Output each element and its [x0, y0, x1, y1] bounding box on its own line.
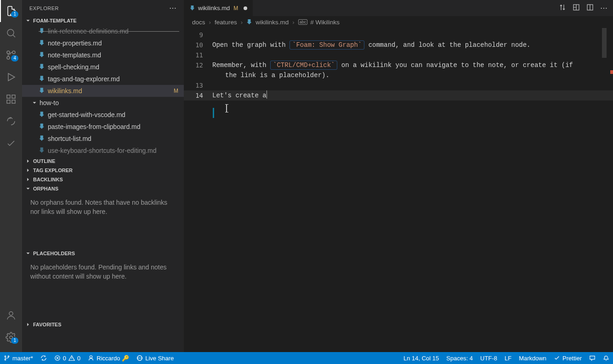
code-span: `Foam: Show Graph` — [289, 40, 364, 50]
activity-bar: 1 4 — [0, 0, 22, 352]
chevron-right-icon — [25, 176, 31, 183]
tree-file[interactable]: 🡇spell-checking.md — [22, 61, 184, 73]
more-actions-icon[interactable]: ⋯ — [600, 4, 607, 12]
markdown-file-icon: 🡇 — [189, 5, 195, 11]
problems-status[interactable]: 0 0 — [51, 352, 84, 364]
ruler-error-marker — [610, 70, 613, 74]
svg-point-15 — [8, 356, 9, 357]
chevron-down-icon — [31, 100, 39, 106]
tree-file[interactable]: 🡇use-keyboard-shortcuts-for-editing.md — [22, 145, 184, 157]
tree-file[interactable]: 🡇 link-reference-definitions.md — [22, 25, 184, 37]
breadcrumbs[interactable]: docs › features › 🡇wikilinks.md › abc # … — [184, 16, 613, 28]
chevron-right-icon: › — [292, 19, 295, 26]
check-icon[interactable] — [0, 132, 22, 154]
breadcrumb-item[interactable]: 🡇wikilinks.md — [246, 19, 289, 26]
extensions-icon[interactable] — [0, 88, 22, 110]
tree-folder[interactable]: how-to — [22, 97, 184, 109]
svg-point-17 — [90, 356, 92, 358]
feedback-icon[interactable] — [585, 352, 599, 364]
markdown-file-icon: 🡇 — [39, 111, 45, 118]
tag-explorer-section[interactable]: TAG EXPLORER — [22, 166, 184, 175]
compare-changes-icon[interactable] — [559, 4, 566, 12]
svg-point-14 — [5, 359, 6, 360]
tree-file[interactable]: 🡇tags-and-tag-explorer.md — [22, 73, 184, 85]
tab-filename: wikilinks.md — [198, 5, 230, 11]
editor-content[interactable]: 9 10 Open the graph with `Foam: Show Gra… — [184, 28, 613, 352]
encoding-status[interactable]: UTF-8 — [477, 352, 501, 364]
svg-point-0 — [7, 29, 14, 36]
editor-tab[interactable]: 🡇 wikilinks.md M — [184, 0, 253, 16]
sidebar-title: EXPLORER — [29, 6, 59, 11]
placeholders-message: No placeholders found. Pending links and… — [22, 258, 184, 286]
liveshare-user-status[interactable]: Riccardo 🔑 — [84, 352, 133, 364]
tree-file[interactable]: 🡇shortcut-list.md — [22, 133, 184, 145]
tab-dirty-dot — [244, 6, 247, 10]
settings-gear-icon[interactable]: 1 — [0, 326, 22, 348]
favorites-section[interactable]: FAVORITES — [22, 320, 184, 329]
ibeam-cursor-icon — [226, 104, 227, 112]
chevron-right-icon: › — [241, 19, 243, 26]
chevron-down-icon — [25, 17, 31, 24]
tree-file-active[interactable]: 🡇 wikilinks.md M — [22, 85, 184, 97]
search-icon[interactable] — [0, 22, 22, 44]
tree-file[interactable]: 🡇note-templates.md — [22, 49, 184, 61]
tree-file[interactable]: 🡇paste-images-from-clipboard.md — [22, 121, 184, 133]
tree-file[interactable]: 🡇get-started-with-vscode.md — [22, 109, 184, 121]
explorer-badge: 1 — [11, 11, 18, 17]
tree-file[interactable]: 🡇note-properties.md — [22, 37, 184, 49]
svg-rect-8 — [12, 100, 15, 103]
minimap[interactable] — [602, 28, 607, 58]
chevron-right-icon — [25, 158, 31, 164]
markdown-file-icon: 🡇 — [39, 63, 45, 71]
markdown-file-icon: 🡇 — [39, 51, 45, 59]
status-bar: master* 0 0 Riccardo 🔑 Live Share Ln 14,… — [0, 352, 613, 364]
language-mode-status[interactable]: Markdown — [515, 352, 550, 364]
markdown-file-icon: 🡇 — [39, 87, 45, 95]
chevron-right-icon: › — [209, 19, 211, 26]
prettier-status[interactable]: Prettier — [550, 352, 585, 364]
markdown-file-icon: 🡇 — [39, 75, 45, 83]
liveshare-arrow-icon[interactable] — [0, 110, 22, 132]
run-debug-icon[interactable] — [0, 66, 22, 88]
placeholders-section[interactable]: PLACEHOLDERS — [22, 249, 184, 258]
tab-modified-badge: M — [233, 5, 238, 11]
chevron-right-icon — [25, 321, 31, 328]
workspace-name: FOAM-TEMPLATE — [33, 18, 77, 23]
line-number: 9 — [184, 30, 212, 40]
sync-status[interactable] — [37, 352, 51, 364]
split-editor-icon[interactable] — [586, 4, 594, 12]
outline-section[interactable]: OUTLINE — [22, 157, 184, 166]
chevron-right-icon — [25, 167, 31, 174]
svg-point-9 — [9, 312, 13, 315]
orphans-section[interactable]: ORPHANS — [22, 184, 184, 193]
line-number: 11 — [184, 50, 212, 60]
orphans-message: No orphans found. Notes that have no bac… — [22, 193, 184, 221]
gutter-modified-marker — [213, 108, 214, 118]
breadcrumb-item[interactable]: features — [215, 19, 237, 26]
tabs-bar: 🡇 wikilinks.md M ⋯ — [184, 0, 613, 16]
eol-status[interactable]: LF — [501, 352, 515, 364]
git-branch-status[interactable]: master* — [0, 352, 37, 364]
workspace-header[interactable]: FOAM-TEMPLATE — [22, 16, 184, 25]
account-icon[interactable] — [0, 304, 22, 326]
breadcrumb-item[interactable]: abc # Wikilinks — [298, 19, 340, 26]
cursor-position-status[interactable]: Ln 14, Col 15 — [400, 352, 443, 364]
markdown-file-icon: 🡇 — [39, 123, 45, 130]
notifications-icon[interactable] — [599, 352, 613, 364]
svg-marker-4 — [8, 73, 15, 81]
editor-area: 🡇 wikilinks.md M ⋯ docs › features › 🡇wi… — [184, 0, 613, 352]
text-cursor — [267, 90, 267, 99]
markdown-file-icon: 🡇 — [39, 28, 45, 35]
explorer-icon[interactable]: 1 — [0, 0, 22, 22]
liveshare-status[interactable]: Live Share — [133, 352, 177, 364]
svg-point-2 — [7, 56, 10, 59]
sidebar-more-icon[interactable]: ⋯ — [169, 4, 177, 12]
backlinks-section[interactable]: BACKLINKS — [22, 175, 184, 184]
breadcrumb-item[interactable]: docs — [192, 19, 205, 26]
indentation-status[interactable]: Spaces: 4 — [443, 352, 477, 364]
markdown-file-icon: 🡇 — [39, 39, 45, 47]
overview-ruler[interactable] — [607, 28, 613, 352]
file-tree: 🡇 link-reference-definitions.md 🡇note-pr… — [22, 25, 184, 157]
source-control-icon[interactable]: 4 — [0, 44, 22, 66]
open-preview-icon[interactable] — [573, 4, 580, 12]
